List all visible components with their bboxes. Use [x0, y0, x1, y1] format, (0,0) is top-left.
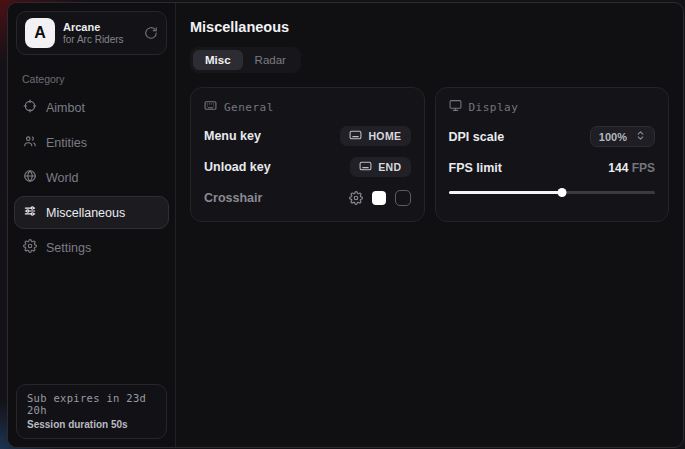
- tab-misc[interactable]: Misc: [193, 50, 243, 70]
- display-card: Display DPI scale 100% FPS limit: [435, 87, 670, 222]
- key-icon: [349, 130, 362, 142]
- page-title: Miscellaneous: [190, 19, 669, 35]
- crosshair-settings-gear-icon[interactable]: [349, 191, 363, 205]
- menu-key-row: Menu key HOME: [204, 126, 411, 146]
- sliders-icon: [23, 204, 37, 221]
- slider-fill: [449, 191, 563, 194]
- gear-icon: [23, 239, 37, 256]
- card-header-label: General: [224, 101, 274, 114]
- menu-key-value: HOME: [368, 130, 401, 142]
- sidebar-item-label: Miscellaneous: [46, 206, 125, 220]
- sidebar-item-settings[interactable]: Settings: [14, 231, 169, 264]
- globe-icon: [23, 169, 37, 186]
- unload-key-button[interactable]: END: [350, 157, 410, 177]
- sidebar-item-label: World: [46, 171, 78, 185]
- sub-expires-text: Sub expires in 23d 20h: [27, 392, 156, 416]
- sync-icon[interactable]: [144, 26, 158, 40]
- menu-key-button[interactable]: HOME: [340, 126, 410, 146]
- unload-key-row: Unload key END: [204, 157, 411, 177]
- main-panel: Miscellaneous Misc Radar General Menu ke…: [176, 3, 683, 447]
- app-title: Arcane: [63, 21, 136, 33]
- fps-limit-unit: FPS: [632, 161, 655, 175]
- monitor-icon: [449, 99, 462, 115]
- subscription-info-box: Sub expires in 23d 20h Session duration …: [16, 384, 167, 439]
- sidebar-item-miscellaneous[interactable]: Miscellaneous: [14, 196, 169, 229]
- dpi-scale-label: DPI scale: [449, 130, 505, 144]
- keyboard-icon: [204, 99, 217, 115]
- fps-limit-row: FPS limit 144 FPS: [449, 158, 656, 178]
- entities-icon: [23, 134, 37, 151]
- sidebar-item-aimbot[interactable]: Aimbot: [14, 91, 169, 124]
- session-duration-text: Session duration 50s: [27, 419, 156, 430]
- dpi-scale-select[interactable]: 100%: [590, 126, 655, 147]
- sidebar-item-label: Entities: [46, 136, 87, 150]
- sidebar-nav: Aimbot Entities World: [8, 89, 175, 266]
- fps-limit-slider[interactable]: [449, 187, 656, 197]
- key-icon: [359, 161, 372, 173]
- app-window: A Arcane for Arc Riders Category Aimbot: [7, 2, 684, 448]
- crosshair-label: Crosshair: [204, 191, 262, 205]
- crosshair-color-swatch[interactable]: [372, 191, 386, 205]
- unload-key-value: END: [378, 161, 401, 173]
- sidebar-item-label: Settings: [46, 241, 91, 255]
- app-subtitle: for Arc Riders: [63, 34, 136, 45]
- crosshair-row: Crosshair: [204, 188, 411, 208]
- menu-key-label: Menu key: [204, 129, 261, 143]
- sidebar-item-label: Aimbot: [46, 101, 85, 115]
- crosshair-enable-checkbox[interactable]: [395, 190, 411, 206]
- fps-limit-value: 144: [608, 161, 628, 175]
- dpi-scale-row: DPI scale 100%: [449, 126, 656, 147]
- sidebar-item-world[interactable]: World: [14, 161, 169, 194]
- tab-radar[interactable]: Radar: [243, 50, 298, 70]
- card-header-label: Display: [469, 101, 519, 114]
- general-card: General Menu key HOME Unload key: [190, 87, 425, 222]
- tab-bar: Misc Radar: [190, 47, 301, 73]
- slider-thumb[interactable]: [558, 188, 567, 197]
- chevron-up-down-icon: [635, 130, 646, 143]
- sidebar: A Arcane for Arc Riders Category Aimbot: [8, 3, 176, 447]
- crosshair-icon: [23, 99, 37, 116]
- category-label: Category: [22, 73, 161, 85]
- sidebar-item-entities[interactable]: Entities: [14, 126, 169, 159]
- fps-limit-label: FPS limit: [449, 161, 502, 175]
- dpi-scale-value: 100%: [599, 131, 627, 143]
- profile-card: A Arcane for Arc Riders: [16, 11, 167, 55]
- avatar: A: [25, 18, 55, 48]
- unload-key-label: Unload key: [204, 160, 271, 174]
